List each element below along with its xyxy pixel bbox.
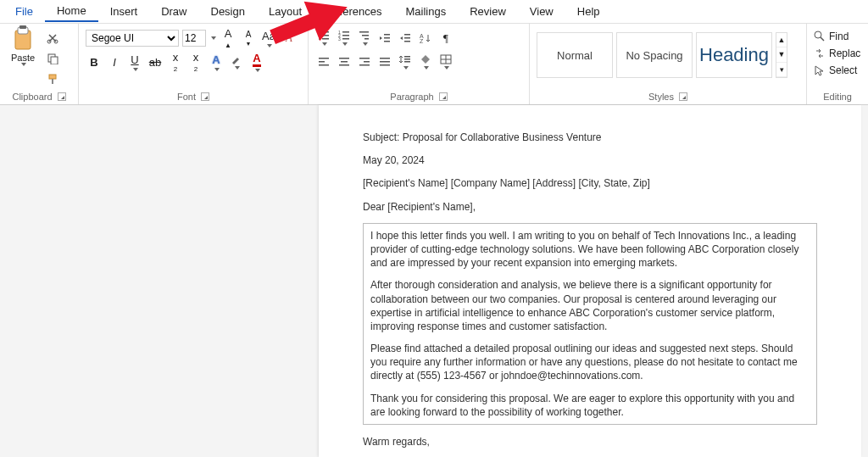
strikethrough-button[interactable]: ab <box>147 53 164 71</box>
align-center-button[interactable] <box>336 53 353 71</box>
styles-dialog-launcher-icon[interactable] <box>679 92 687 101</box>
subscript-button[interactable]: x2 <box>167 53 184 71</box>
svg-rect-47 <box>404 61 410 63</box>
svg-rect-34 <box>319 61 325 63</box>
clipboard-dialog-launcher-icon[interactable] <box>58 92 66 101</box>
font-size-input[interactable] <box>182 30 206 47</box>
increase-font-button[interactable]: A▲ <box>220 29 236 47</box>
paragraph-dialog-launcher-icon[interactable] <box>439 92 448 101</box>
svg-rect-24 <box>364 38 369 40</box>
menu-draw[interactable]: Draw <box>149 2 198 21</box>
group-editing: Find Replac Select Editing <box>807 24 868 104</box>
group-font: Segoe UI A▲ A▼ Aa A B I U ab x2 x2 A <box>79 24 308 104</box>
numbering-button[interactable]: 123 <box>336 29 353 47</box>
align-right-button[interactable] <box>356 53 373 71</box>
menu-insert[interactable]: Insert <box>98 2 150 21</box>
svg-rect-25 <box>384 34 390 36</box>
underline-button[interactable]: U <box>126 53 143 71</box>
menu-help[interactable]: Help <box>565 2 612 21</box>
bullets-button[interactable] <box>315 29 332 47</box>
svg-rect-39 <box>359 58 370 59</box>
style-normal[interactable]: Normal <box>537 32 613 78</box>
shading-button[interactable] <box>417 53 434 71</box>
bold-button[interactable]: B <box>86 53 103 71</box>
gallery-up-icon[interactable]: ▲ <box>776 33 787 47</box>
document-area: Subject: Proposal for Collaborative Busi… <box>0 105 868 457</box>
svg-rect-2 <box>19 25 26 29</box>
decrease-indent-button[interactable] <box>376 29 393 47</box>
menu-layout[interactable]: Layout <box>257 2 314 21</box>
body-paragraph-1: I hope this letter finds you well. I am … <box>370 229 810 270</box>
body-paragraph-3: Please find attached a detailed proposal… <box>370 342 810 383</box>
paste-label: Paste <box>11 53 35 63</box>
body-paragraph-4: Thank you for considering this proposal.… <box>370 392 810 419</box>
cut-button[interactable] <box>44 29 61 47</box>
italic-button[interactable]: I <box>106 53 123 71</box>
font-dialog-launcher-icon[interactable] <box>201 92 209 101</box>
font-color-button[interactable]: A <box>248 53 265 71</box>
text-effects-button[interactable]: A <box>208 53 225 71</box>
format-painter-button[interactable] <box>44 70 61 88</box>
recipient-line: [Recipient's Name] [Company Name] [Addre… <box>363 176 817 190</box>
sort-button[interactable]: AZ <box>417 29 434 47</box>
svg-rect-44 <box>380 64 390 66</box>
svg-rect-29 <box>404 37 410 39</box>
menu-file[interactable]: File <box>3 2 45 21</box>
superscript-button[interactable]: x2 <box>187 53 204 71</box>
multilevel-list-button[interactable] <box>356 29 373 47</box>
change-case-button[interactable]: Aa <box>260 29 277 47</box>
svg-point-14 <box>319 38 320 40</box>
paste-button[interactable]: Paste <box>5 25 41 66</box>
replace-icon <box>814 47 826 59</box>
copy-button[interactable] <box>44 49 61 68</box>
clear-formatting-button[interactable]: A <box>281 29 298 47</box>
svg-rect-15 <box>322 38 329 40</box>
svg-rect-27 <box>384 41 390 42</box>
body-paragraph-2: After thorough consideration and analysi… <box>370 278 810 333</box>
decrease-font-button[interactable]: A▼ <box>240 29 257 47</box>
numbering-caret-icon <box>342 42 348 46</box>
menu-home[interactable]: Home <box>45 1 98 22</box>
svg-rect-43 <box>380 61 390 63</box>
document-page[interactable]: Subject: Proposal for Collaborative Busi… <box>319 105 861 457</box>
menu-references[interactable]: References <box>314 2 393 21</box>
menu-review[interactable]: Review <box>458 2 518 21</box>
styles-gallery-scroll: ▲ ▼ ▾ <box>776 32 787 78</box>
highlight-color-button[interactable] <box>228 53 245 71</box>
svg-rect-42 <box>380 58 390 59</box>
font-name-select[interactable]: Segoe UI <box>86 30 179 47</box>
align-left-button[interactable] <box>315 53 332 71</box>
menu-view[interactable]: View <box>518 2 565 21</box>
svg-rect-40 <box>364 61 370 63</box>
borders-button[interactable] <box>437 53 454 71</box>
replace-button[interactable]: Replac <box>812 46 862 61</box>
menu-design[interactable]: Design <box>199 2 257 21</box>
style-no-spacing[interactable]: No Spacing <box>616 32 693 78</box>
find-button[interactable]: Find <box>812 29 850 44</box>
svg-rect-6 <box>51 57 58 64</box>
spacing-caret-icon <box>403 66 409 70</box>
increase-indent-button[interactable] <box>397 29 414 47</box>
show-marks-button[interactable]: ¶ <box>437 29 454 47</box>
underline-caret-icon <box>133 68 138 71</box>
line-spacing-button[interactable] <box>397 53 414 71</box>
menu-mailings[interactable]: Mailings <box>394 2 459 21</box>
select-button[interactable]: Select <box>812 63 859 78</box>
justify-button[interactable] <box>376 53 393 71</box>
gallery-down-icon[interactable]: ▼ <box>776 47 787 62</box>
clipboard-group-label: Clipboard <box>12 92 52 102</box>
font-size-caret-icon <box>211 36 216 40</box>
gallery-more-icon[interactable]: ▾ <box>776 63 787 77</box>
style-heading[interactable]: Heading <box>696 32 772 78</box>
svg-rect-21 <box>342 38 349 40</box>
svg-rect-45 <box>404 56 410 58</box>
svg-rect-36 <box>339 58 349 59</box>
closing-line: Warm regards, <box>363 435 817 449</box>
group-styles: Normal No Spacing Heading ▲ ▼ ▾ Styles <box>530 24 806 104</box>
svg-rect-19 <box>342 35 349 36</box>
bullets-caret-icon <box>322 42 327 46</box>
group-clipboard: Paste Clipboard <box>0 24 78 104</box>
svg-rect-8 <box>52 79 53 84</box>
editing-group-label: Editing <box>823 92 852 102</box>
styles-gallery: Normal No Spacing Heading ▲ ▼ ▾ <box>537 31 787 80</box>
